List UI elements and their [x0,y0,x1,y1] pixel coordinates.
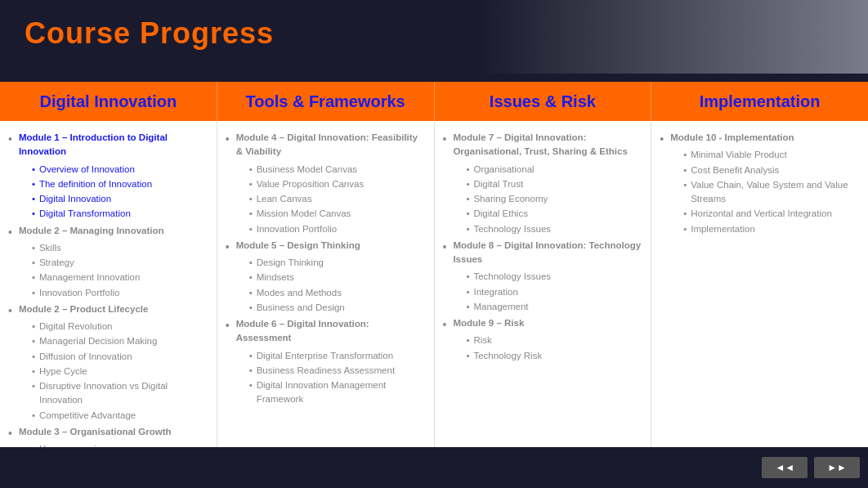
list-item: Value Proposition Canvas [236,177,426,191]
list-item: Digital Innovation Management Framework [236,378,426,407]
list-item: Implementation [670,222,860,236]
list-item[interactable]: Digital Transformation [19,207,208,221]
list-item: Value Chain, Value System and Value Stre… [670,178,860,207]
page-title: Course Progress [25,16,274,51]
list-item: Design Thinking [236,256,360,270]
list-item: • Module 5 – Design Thinking Design Thin… [226,239,426,316]
list-item: Modes and Methods [236,286,360,300]
list-item: • Module 9 – Risk Risk Technology Risk [443,316,643,364]
footer-bar: ◄◄ ►► [0,447,868,488]
list-item: Managerial Decision Making [19,334,208,348]
list-item: Mindsets [236,271,360,284]
list-item: Technology Issues [453,222,642,236]
module-5-title: Module 5 – Design Thinking [236,239,360,253]
tab-issues-risk[interactable]: Issues & Risk [435,82,652,121]
list-item: Mission Model Canvas [236,207,426,221]
tab-digital-innovation[interactable]: Digital Innovation [0,82,217,121]
list-item: • Module 7 – Digital Innovation: Organis… [443,131,643,237]
list-item: Organisational [453,163,642,177]
module-3-title: Module 3 – Organisational Growth [19,425,172,439]
list-item: • Module 1 – Introduction to Digital Inn… [8,131,208,222]
list-item: Innovation Portfolio [19,286,164,300]
list-item[interactable]: Overview of Innovation [19,163,208,177]
module-2-title: Module 2 – Managing Innovation [19,224,164,238]
list-item: Digital Enterprise Transformation [236,349,426,363]
module-9-title: Module 9 – Risk [453,316,542,330]
list-item: Integration [453,285,642,299]
list-item[interactable]: Digital Innovation [19,192,208,206]
list-item: • Module 2 – Managing Innovation Skills … [8,224,208,301]
list-item: Technology Issues [453,270,642,284]
column-digital-innovation: • Module 1 – Introduction to Digital Inn… [0,121,217,447]
list-item: Diffusion of Innovation [19,350,208,364]
module-2b-title: Module 2 – Product Lifecycle [19,302,208,316]
list-item: Innovation Portfolio [236,222,426,236]
module-8-title: Module 8 – Digital Innovation: Technolog… [453,239,642,267]
list-item: Skills [19,241,164,255]
module-10-title: Module 10 - Implementation [670,131,860,145]
list-item: Digital Trust [453,177,642,191]
module-6-title: Module 6 – Digital Innovation: Assessmen… [236,317,426,346]
rewind-button[interactable]: ◄◄ [762,457,808,478]
list-item: Horizontal and Vertical Integration [670,207,860,221]
list-item: Risk [453,334,542,347]
list-item: Management Innovation [19,271,164,284]
list-item: Disruptive Innovation vs Digital Innovat… [19,379,208,408]
list-item: Business and Design [236,301,360,315]
content-area: • Module 1 – Introduction to Digital Inn… [0,121,868,447]
module-4-title: Module 4 – Digital Innovation: Feasibili… [236,131,426,159]
list-item: Management [453,300,642,314]
list-item: Technology Risk [453,349,542,363]
list-item: Hype Cycle [19,365,208,378]
list-item: Business Readiness Assessment [236,364,426,378]
tab-implementation[interactable]: Implementation [651,82,868,121]
module-7-title: Module 7 – Digital Innovation: Organisat… [453,131,642,159]
list-item: Sharing Economy [453,192,642,206]
tab-tools-frameworks[interactable]: Tools & Frameworks [217,82,435,121]
list-item: Business Model Canvas [236,163,426,177]
list-item: Minimal Viable Product [670,148,860,162]
column-tools-frameworks: • Module 4 – Digital Innovation: Feasibi… [217,121,435,447]
list-item: • Module 4 – Digital Innovation: Feasibi… [226,131,426,237]
column-issues-risk: • Module 7 – Digital Innovation: Organis… [435,121,652,447]
list-item: Digital Ethics [453,207,642,221]
list-item: Strategy [19,256,164,270]
list-item: Competitive Advantage [19,409,208,423]
list-item: • Module 2 – Product Lifecycle Digital R… [8,302,208,423]
list-item: • Module 8 – Digital Innovation: Technol… [443,239,643,315]
list-item[interactable]: The definition of Innovation [19,177,208,191]
list-item: Digital Revolution [19,320,208,334]
forward-button[interactable]: ►► [814,457,860,478]
tab-navigation: Digital Innovation Tools & Frameworks Is… [0,82,868,121]
list-item: Lean Canvas [236,192,426,206]
list-item: • Module 6 – Digital Innovation: Assessm… [226,317,426,408]
module-1-title[interactable]: Module 1 – Introduction to Digital Innov… [19,131,208,159]
list-item: Cost Benefit Analysis [670,163,860,177]
column-implementation: • Module 10 - Implementation Minimal Via… [651,121,868,447]
list-item: • Module 10 - Implementation Minimal Via… [660,131,860,237]
